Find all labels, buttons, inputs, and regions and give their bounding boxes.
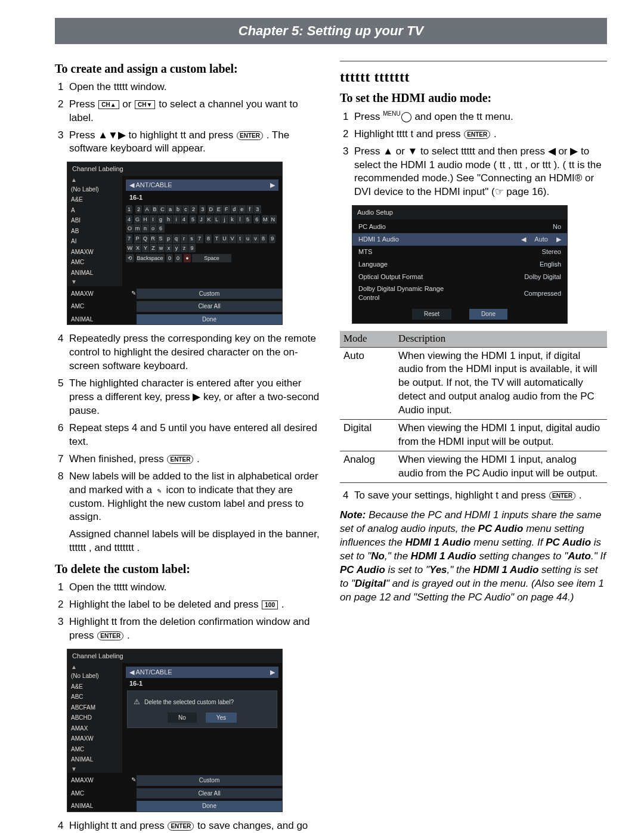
yes-button: Yes	[206, 713, 237, 723]
channel-labeling-osd: Channel Labeling ▲ (No Label) A&E A ABI …	[67, 162, 283, 325]
osd-title: Audio Setup	[352, 206, 567, 219]
description-header: Description	[395, 331, 607, 347]
table-row: Analog When viewing the HDMI 1 input, an…	[340, 451, 607, 483]
hdmi-step-1: Press MENU◯ and open the tt menu.	[354, 110, 607, 124]
create-step-1: Open the ttttt window.	[69, 80, 322, 94]
ch-up-key: CH▲	[98, 100, 119, 109]
delete-confirm-osd: Channel Labeling ▲ (No Label) A&E ABC AB…	[67, 649, 283, 812]
hdmi-steps-cont: To save your settings, highlight t and p…	[340, 489, 607, 503]
hdmi-step-3: Press ▲ or ▼ to select ttttt and then pr…	[354, 145, 607, 200]
kb-row-3: 7PQRSpqrs7 8TUVtuv8 9WXYZwxyz9	[126, 234, 278, 252]
scroll-down-icon: ▼	[67, 765, 122, 773]
mode-description-table: Mode Description Auto When viewing the H…	[340, 331, 607, 483]
audio-row-dolby: Dolby Digital Dynamic Range Control Comp…	[352, 283, 567, 304]
delete-steps: Open the ttttt window. Highlight the lab…	[55, 581, 322, 643]
hdmi-step-4: To save your settings, highlight t and p…	[354, 489, 607, 503]
enter-key: ENTER	[167, 455, 193, 464]
hdmi-steps: Press MENU◯ and open the tt menu. Highli…	[340, 110, 607, 199]
no-button: No	[168, 713, 197, 723]
menu-key: MENU◯	[383, 111, 411, 122]
done-button: Done	[137, 314, 282, 325]
create-step-7: When finished, press ENTER .	[69, 453, 322, 466]
done-button: Done	[469, 309, 507, 320]
custom-button: Custom	[137, 289, 282, 299]
audio-row-optical: Optical Output Format Dolby Digital	[352, 271, 567, 283]
create-steps-cont: Repeatedly press the corresponding key o…	[55, 332, 322, 555]
clear-all-button: Clear All	[137, 788, 282, 799]
create-steps: Open the ttttt window. Press CH▲ or CH▼ …	[55, 80, 322, 156]
pencil-icon	[155, 484, 163, 496]
enter-key: ENTER	[237, 131, 263, 140]
delete-step-4: Highlight tt and press ENTER to save cha…	[69, 819, 322, 833]
reset-button: Reset	[412, 309, 451, 320]
custom-button: Custom	[137, 775, 282, 786]
table-row: Auto When viewing the HDMI 1 input, if d…	[340, 347, 607, 420]
scroll-up-icon: ▲	[67, 176, 122, 184]
create-step-8: New labels will be added to the list in …	[69, 470, 322, 556]
kb-row-2: 4GHIghi4 5JKLjkl5 6MNOmno6	[126, 215, 278, 233]
hdmi-step-2: Highlight tttt t and press ENTER .	[354, 128, 607, 141]
section-divider	[340, 61, 607, 61]
hdmi-audio-subheading: To set the HDMI audio mode:	[340, 90, 607, 106]
scroll-up-icon: ▲	[67, 663, 122, 671]
scroll-down-icon: ▼	[67, 278, 122, 286]
create-step-3: Press ▲▼▶ to highlight tt and press ENTE…	[69, 129, 322, 156]
audio-row-hdmi1: HDMI 1 Audio ◀Auto▶	[352, 233, 567, 246]
hundred-key: 100	[262, 600, 278, 609]
audio-row-mts: MTS Stereo	[352, 246, 567, 258]
arrow-right-icon: ▶	[193, 391, 200, 402]
clear-all-button: Clear All	[137, 301, 282, 312]
delete-step-2: Highlight the label to be deleted and pr…	[69, 598, 322, 612]
label-list: ▲ (No Label) A&E ABC ABCFAM ABCHD AMAX A…	[67, 663, 122, 773]
page: Chapter 5: Setting up your TV To create …	[0, 0, 644, 833]
hdmi-audio-main-heading: tttttt ttttttt	[340, 67, 607, 86]
enter-key: ENTER	[549, 491, 575, 500]
delete-step-1: Open the ttttt window.	[69, 581, 322, 594]
delete-steps-cont: Highlight tt and press ENTER to save cha…	[55, 819, 322, 833]
chapter-header: Chapter 5: Setting up your TV	[55, 18, 607, 44]
create-step-2: Press CH▲ or CH▼ to select a channel you…	[69, 98, 322, 125]
create-step-4: Repeatedly press the corresponding key o…	[69, 332, 322, 373]
enter-key: ENTER	[168, 822, 194, 831]
pencil-icon	[129, 289, 137, 299]
right-column: tttttt ttttttt To set the HDMI audio mod…	[340, 58, 607, 833]
warning-icon: ⚠	[134, 697, 140, 707]
mode-header: Mode	[340, 331, 395, 347]
note-paragraph: Note: Because the PC and HDMI 1 inputs s…	[340, 509, 607, 605]
kb-row-1: 1 2ABCabc2 3DEFdef3	[126, 205, 278, 213]
enter-key: ENTER	[97, 631, 123, 640]
enter-key: ENTER	[464, 130, 490, 139]
done-button: Done	[137, 801, 282, 812]
audio-setup-osd: Audio Setup PC Audio No HDMI 1 Audio ◀Au…	[352, 205, 568, 323]
pencil-icon	[129, 775, 137, 786]
audio-row-language: Language English	[352, 258, 567, 271]
osd-title: Channel Labeling	[67, 162, 282, 176]
left-column: To create and assign a custom label: Ope…	[55, 58, 322, 833]
table-row: Digital When viewing the HDMI 1 input, d…	[340, 420, 607, 451]
arrow-right-icon: ▶	[556, 235, 561, 244]
label-list: ▲ (No Label) A&E A ABI AB AI AMAXW AMC A…	[67, 176, 122, 286]
create-label-heading: To create and assign a custom label:	[55, 61, 322, 77]
audio-row-pc: PC Audio No	[352, 221, 567, 233]
arrow-left-icon: ◀	[521, 235, 526, 244]
confirm-dialog: ◀ ANT/CABLE▶ 16-1 ⚠ Delete the selected …	[122, 663, 282, 773]
ant-cable-row: ◀ ANT/CABLE▶	[126, 179, 278, 191]
create-step-6: Repeat steps 4 and 5 until you have ente…	[69, 422, 322, 449]
osd-title: Channel Labeling	[67, 649, 282, 663]
channel-number: 16-1	[126, 192, 278, 203]
two-column-layout: To create and assign a custom label: Ope…	[55, 58, 607, 833]
create-step-5: The highlighted character is entered aft…	[69, 377, 322, 418]
kb-row-4: ⟲Backspace 00 ●Space	[126, 253, 278, 262]
osd-right-pane: ◀ ANT/CABLE▶ 16-1 1 2ABCabc2 3DEFdef3 4G…	[122, 176, 282, 286]
ch-down-key: CH▼	[135, 100, 155, 109]
delete-label-heading: To delete the custom label:	[55, 561, 322, 577]
delete-step-3: Highlight tt from the deletion confirmat…	[69, 615, 322, 643]
